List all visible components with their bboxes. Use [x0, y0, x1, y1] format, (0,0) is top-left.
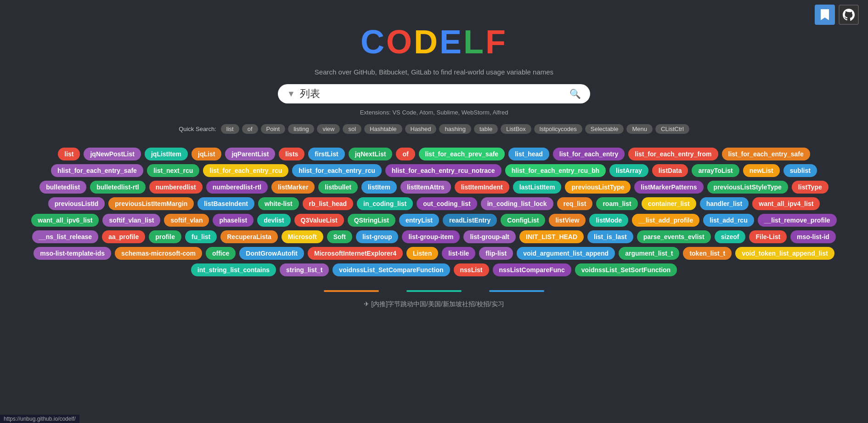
- tag-item[interactable]: list_for_each_entry_rcu: [203, 164, 288, 177]
- tag-item[interactable]: listBaseIndent: [197, 197, 254, 210]
- tag-item[interactable]: mso-list-id: [790, 230, 836, 243]
- tag-item[interactable]: hlist_for_each_entry_safe: [51, 164, 143, 177]
- quick-search-tag[interactable]: Point: [261, 124, 286, 134]
- tag-item[interactable]: numberedlist: [149, 181, 203, 194]
- tag-item[interactable]: mso-list-template-ids: [34, 247, 111, 260]
- tag-item[interactable]: list-group-alt: [463, 230, 516, 243]
- tag-item[interactable]: token_list_t: [683, 247, 732, 260]
- tag-item[interactable]: void_argument_list_append: [517, 247, 615, 260]
- tag-item[interactable]: list_add_rcu: [703, 214, 754, 227]
- tag-item[interactable]: Q3ValueList: [294, 214, 344, 227]
- quick-search-tag[interactable]: lstpolicycodes: [534, 124, 582, 134]
- quick-search-tag[interactable]: Hashtable: [364, 124, 402, 134]
- tag-item[interactable]: string_list_t: [280, 263, 329, 276]
- tag-item[interactable]: listType: [792, 181, 829, 194]
- tag-item[interactable]: bulletedlist: [39, 181, 86, 194]
- tag-item[interactable]: Listen: [406, 247, 438, 260]
- tag-item[interactable]: Soft: [327, 230, 352, 243]
- tag-item[interactable]: voidnssList_SetCompareFunction: [333, 263, 450, 276]
- tag-item[interactable]: rb_list_head: [303, 197, 353, 210]
- tag-item[interactable]: previousListId: [48, 197, 105, 210]
- tag-item[interactable]: container_list: [642, 197, 696, 210]
- tag-item[interactable]: list: [58, 148, 80, 160]
- tag-item[interactable]: listView: [549, 214, 586, 227]
- tag-item[interactable]: softif_vlan: [164, 214, 209, 227]
- tag-item[interactable]: phaselist: [213, 214, 254, 227]
- search-icon[interactable]: 🔍: [569, 88, 581, 99]
- tag-item[interactable]: white-list: [258, 197, 299, 210]
- tag-item[interactable]: RecuperaLista: [220, 230, 277, 243]
- tag-item[interactable]: int_string_list_contains: [191, 263, 276, 276]
- tag-item[interactable]: __ns_list_release: [32, 230, 98, 243]
- tag-item[interactable]: list_next_rcu: [147, 164, 199, 177]
- tag-item[interactable]: Microsoft: [282, 230, 323, 243]
- tag-item[interactable]: schemas-microsoft-com: [115, 247, 202, 260]
- tag-item[interactable]: profile: [149, 230, 181, 243]
- tag-item[interactable]: parse_events_evlist: [637, 230, 711, 243]
- tag-item[interactable]: previousListType: [565, 181, 631, 194]
- quick-search-tag[interactable]: hashing: [439, 124, 471, 134]
- tag-item[interactable]: list_for_each_entry_safe: [722, 148, 810, 160]
- tag-item[interactable]: jqParentList: [225, 148, 275, 160]
- tag-item[interactable]: listItemIndent: [455, 181, 509, 194]
- tag-item[interactable]: list_for_each_prev_safe: [419, 148, 505, 160]
- tag-item[interactable]: listMarker: [271, 181, 315, 194]
- tag-item[interactable]: in_coding_list: [357, 197, 413, 210]
- tag-item[interactable]: nssListCompareFunc: [493, 263, 571, 276]
- tag-item[interactable]: hlist_for_each_entry_rcu: [292, 164, 382, 177]
- tag-item[interactable]: list-group-item: [402, 230, 460, 243]
- tag-item[interactable]: readListEntry: [443, 214, 497, 227]
- quick-search-tag[interactable]: CListCtrl: [655, 124, 689, 134]
- tag-item[interactable]: handler_list: [700, 197, 749, 210]
- tag-item[interactable]: QStringList: [348, 214, 395, 227]
- quick-search-tag[interactable]: view: [317, 124, 340, 134]
- tag-item[interactable]: devlist: [257, 214, 290, 227]
- quick-search-tag[interactable]: list: [221, 124, 239, 134]
- tag-item[interactable]: roam_list: [596, 197, 637, 210]
- tag-item[interactable]: ConfigList: [501, 214, 545, 227]
- tag-item[interactable]: newList: [743, 164, 780, 177]
- tag-item[interactable]: want_all_ipv6_list: [31, 214, 99, 227]
- tag-item[interactable]: __list_remove_profile: [758, 214, 837, 227]
- tag-item[interactable]: list-group: [356, 230, 399, 243]
- tag-item[interactable]: want_all_ipv4_list: [752, 197, 820, 210]
- github-icon[interactable]: [839, 5, 859, 25]
- tag-item[interactable]: req_list: [557, 197, 593, 210]
- tag-item[interactable]: voidnssList_SetSortFunction: [575, 263, 677, 276]
- quick-search-tag[interactable]: listing: [288, 124, 314, 134]
- tag-item[interactable]: office: [206, 247, 236, 260]
- tag-item[interactable]: firstList: [308, 148, 344, 160]
- tag-item[interactable]: list_for_each_entry_from: [628, 148, 718, 160]
- tag-item[interactable]: nssList: [454, 263, 489, 276]
- tag-item[interactable]: void_token_list_append_list: [735, 247, 834, 260]
- tag-item[interactable]: flip-list: [479, 247, 513, 260]
- search-input[interactable]: [300, 88, 565, 100]
- tag-item[interactable]: __list_add_profile: [632, 214, 699, 227]
- tag-item[interactable]: bulletedlist-rtl: [90, 181, 146, 194]
- tag-item[interactable]: list_for_each_entry: [553, 148, 625, 160]
- tag-item[interactable]: hlist_for_each_entry_rcu_bh: [505, 164, 606, 177]
- tag-item[interactable]: jqNextList: [349, 148, 393, 160]
- quick-search-tag[interactable]: table: [474, 124, 498, 134]
- tag-item[interactable]: listItemAttrs: [400, 181, 451, 194]
- tag-item[interactable]: listData: [652, 164, 688, 177]
- tag-item[interactable]: list_is_last: [587, 230, 633, 243]
- tag-item[interactable]: fu_list: [185, 230, 217, 243]
- tag-item[interactable]: listArray: [609, 164, 648, 177]
- tag-item[interactable]: arrayToList: [692, 164, 739, 177]
- tag-item[interactable]: jqNewPostList: [84, 148, 141, 160]
- quick-search-tag[interactable]: ListBox: [501, 124, 531, 134]
- tag-item[interactable]: File-List: [749, 230, 787, 243]
- tag-item[interactable]: DontGrowAutofit: [239, 247, 304, 260]
- tag-item[interactable]: listbullet: [318, 181, 358, 194]
- tag-item[interactable]: lastListItem: [513, 181, 562, 194]
- tag-item[interactable]: jqList: [192, 148, 221, 160]
- tag-item[interactable]: sizeof: [715, 230, 746, 243]
- quick-search-tag[interactable]: Hashed: [405, 124, 437, 134]
- tag-item[interactable]: hlist_for_each_entry_rcu_notrace: [385, 164, 502, 177]
- quick-search-tag[interactable]: Selectable: [585, 124, 624, 134]
- tag-item[interactable]: entryList: [399, 214, 439, 227]
- tag-item[interactable]: list_head: [508, 148, 549, 160]
- tag-item[interactable]: aa_profile: [102, 230, 145, 243]
- tag-item[interactable]: listItem: [361, 181, 397, 194]
